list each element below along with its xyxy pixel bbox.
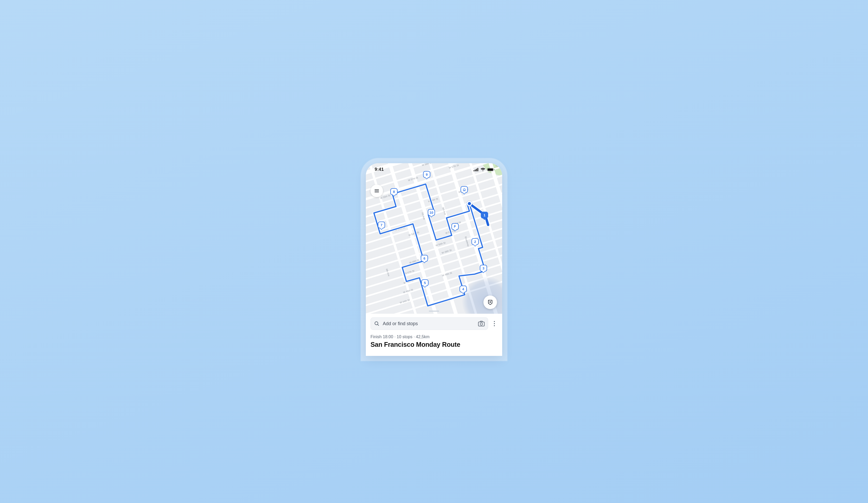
map-pin-6[interactable]: 6 bbox=[421, 255, 428, 263]
stage: The Pla bbox=[241, 146, 627, 357]
route-title: San Francisco Monday Route bbox=[371, 341, 497, 348]
map-pin-10[interactable]: 10 bbox=[428, 209, 435, 218]
map-pin-finish[interactable] bbox=[452, 223, 459, 231]
battery-icon bbox=[487, 168, 494, 171]
user-location-dot bbox=[467, 201, 472, 206]
map-pin-3[interactable]: 3 bbox=[480, 265, 487, 273]
map-pin-home[interactable] bbox=[461, 186, 468, 194]
pin-label: 6 bbox=[423, 256, 425, 260]
svg-line-63 bbox=[378, 324, 379, 325]
pin-label: 1 bbox=[484, 213, 485, 217]
menu-button[interactable] bbox=[371, 184, 383, 197]
phone-screen: The Pla bbox=[366, 163, 502, 356]
search-placeholder: Add or find stops bbox=[383, 321, 475, 326]
add-pin-button[interactable] bbox=[484, 295, 497, 309]
pin-label: 8 bbox=[393, 190, 395, 194]
status-bar: 9:41 bbox=[366, 163, 502, 176]
svg-rect-61 bbox=[494, 169, 494, 170]
pin-label: 4 bbox=[462, 287, 464, 291]
svg-rect-64 bbox=[478, 322, 485, 326]
sheet-handle[interactable] bbox=[429, 311, 439, 312]
svg-rect-55 bbox=[474, 170, 474, 171]
map-pin-7[interactable]: 7 bbox=[378, 222, 385, 230]
svg-rect-60 bbox=[488, 169, 493, 171]
street-grid: The Pla bbox=[366, 163, 502, 314]
dot-icon bbox=[494, 321, 495, 322]
status-icons bbox=[474, 168, 494, 171]
svg-point-65 bbox=[480, 323, 483, 325]
pin-label: 2 bbox=[474, 240, 476, 244]
wifi-icon bbox=[480, 168, 485, 171]
cellular-icon bbox=[474, 168, 479, 171]
search-row: Add or find stops bbox=[371, 318, 497, 330]
pin-label: 3 bbox=[483, 266, 484, 270]
search-input[interactable]: Add or find stops bbox=[371, 318, 488, 330]
overflow-menu-button[interactable] bbox=[491, 318, 497, 329]
map-pin-1[interactable]: 1 bbox=[481, 212, 488, 220]
home-icon bbox=[463, 188, 466, 191]
bottom-sheet[interactable]: Add or find stops Finish 18:00 · 10 stop… bbox=[366, 314, 502, 356]
route-distance: 42,5km bbox=[416, 334, 429, 339]
status-time: 9:41 bbox=[375, 167, 384, 172]
map-pin-8[interactable]: 8 bbox=[390, 188, 397, 197]
stop-count: 10 stops bbox=[397, 334, 412, 339]
dot-icon bbox=[494, 325, 495, 326]
phone-frame: The Pla bbox=[366, 163, 502, 356]
svg-text:W 44th St: W 44th St bbox=[400, 299, 410, 304]
pin-label: 7 bbox=[380, 223, 382, 227]
search-icon bbox=[374, 321, 380, 326]
camera-icon[interactable] bbox=[478, 321, 485, 326]
finish-time: Finish 18:00 bbox=[371, 334, 393, 339]
pin-label: 5 bbox=[424, 281, 426, 285]
svg-rect-58 bbox=[477, 168, 478, 171]
flag-icon bbox=[454, 225, 457, 228]
hamburger-icon bbox=[374, 188, 380, 194]
svg-rect-57 bbox=[476, 169, 477, 171]
map-pin-5[interactable]: 5 bbox=[421, 279, 428, 288]
map-pin-2[interactable]: 2 bbox=[472, 238, 479, 247]
map-pin-4[interactable]: 4 bbox=[459, 285, 467, 294]
map-viewport[interactable]: The Pla bbox=[366, 163, 502, 314]
svg-text:Broadway: Broadway bbox=[464, 236, 469, 247]
svg-rect-56 bbox=[475, 170, 476, 171]
dot-icon bbox=[494, 323, 495, 324]
add-pin-icon bbox=[487, 299, 493, 305]
pin-label: 10 bbox=[430, 211, 433, 214]
svg-point-54 bbox=[490, 301, 490, 302]
route-meta: Finish 18:00 · 10 stops · 42,5km bbox=[371, 334, 497, 339]
